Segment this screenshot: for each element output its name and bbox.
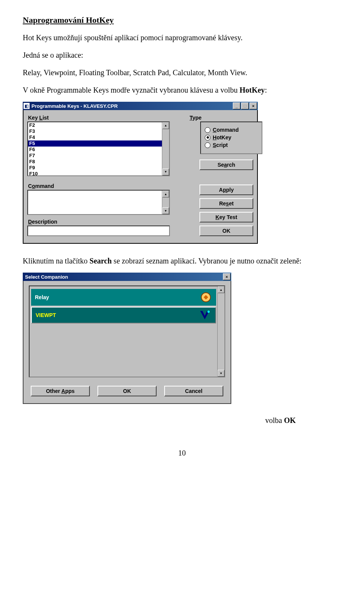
scroll-up-icon[interactable]: ▲ xyxy=(218,286,224,293)
relay-icon xyxy=(199,292,212,303)
reset-btn-pre: Re xyxy=(219,200,226,207)
apply-btn-pre: A xyxy=(219,187,223,193)
radio-script-u: S xyxy=(213,142,216,148)
keytest-btn-post: ey Test xyxy=(219,214,237,220)
apply-btn-post: ply xyxy=(226,187,234,193)
command-label-u: o xyxy=(32,183,35,189)
command-textbox[interactable]: ▲ ▼ xyxy=(27,190,170,215)
radio-script-post: cript xyxy=(216,142,228,148)
list-item[interactable]: F8 xyxy=(28,159,169,165)
other-apps-button[interactable]: Other Apps xyxy=(31,386,90,396)
apply-button[interactable]: Apply xyxy=(199,185,253,195)
list-item[interactable]: F9 xyxy=(28,165,169,171)
type-label-u: T xyxy=(190,115,193,121)
dlg-ok-button[interactable]: OK xyxy=(97,386,157,396)
companion-viewpt-label: VIEWPT xyxy=(36,312,56,318)
scroll-down-icon[interactable]: ▼ xyxy=(162,169,169,175)
other-btn-u: A xyxy=(61,388,65,394)
svg-point-2 xyxy=(207,311,210,313)
companion-item-viewpt[interactable]: VIEWPT xyxy=(31,307,216,323)
mid-c: se zobrazí seznam aplikací. Vybranou je … xyxy=(112,257,302,265)
dlg-close-button[interactable]: × xyxy=(223,273,231,280)
radio-hotkey[interactable]: HotKey xyxy=(205,134,258,140)
volba-ok-a: volba xyxy=(265,416,284,424)
keylist-label-pre: Key xyxy=(28,115,39,121)
search-btn-post: rch xyxy=(227,162,235,168)
volba-ok-para: volba OK xyxy=(23,415,341,426)
keylist-scrollbar[interactable]: ▲ ▼ xyxy=(162,122,169,175)
type-label: Type xyxy=(190,115,262,121)
companion-list[interactable]: Relay VIEWPT ▲ ▼ xyxy=(29,286,225,377)
type-groupbox: Command HotKey Script xyxy=(200,121,262,154)
mid-a: Kliknutím na tlačítko xyxy=(23,257,89,265)
radio-icon xyxy=(205,135,210,140)
companion-relay-label: Relay xyxy=(35,294,49,300)
reset-button[interactable]: Reset xyxy=(199,198,253,209)
other-btn-post: pps xyxy=(65,388,75,394)
keytest-btn-u: K xyxy=(215,214,219,220)
dlg-cancel-button[interactable]: Cancel xyxy=(164,386,223,396)
intro-para-3: Relay, Viewpoint, Floating Toolbar, Scra… xyxy=(23,67,341,78)
command-scrollbar[interactable]: ▲ ▼ xyxy=(162,191,169,214)
desc-label-u: D xyxy=(28,219,32,225)
list-item[interactable]: F6 xyxy=(28,147,169,153)
scroll-up-icon[interactable]: ▲ xyxy=(162,191,169,197)
scroll-up-icon[interactable]: ▲ xyxy=(162,122,169,129)
mid-para: Kliknutím na tlačítko Search se zobrazí … xyxy=(23,255,341,267)
close-button[interactable]: × xyxy=(249,103,257,109)
type-label-post: ype xyxy=(193,115,202,121)
radio-hotkey-post: otKey xyxy=(217,134,231,140)
reset-btn-u: s xyxy=(226,200,229,207)
list-item[interactable]: F7 xyxy=(28,153,169,159)
minimize-button[interactable]: _ xyxy=(233,103,240,109)
list-item[interactable]: F4 xyxy=(28,134,169,140)
keylist-listbox[interactable]: F2 F3 F4 F5 F6 F7 F8 F9 F10 ▲ ▼ xyxy=(27,121,170,176)
titlebar[interactable]: ◧ Programmable Keys - KLAVESY.CPR _ □ × xyxy=(23,102,258,110)
other-btn-pre: Other xyxy=(46,388,61,394)
intro4-b: HotKey xyxy=(240,86,265,94)
intro4-c: : xyxy=(265,86,267,94)
scroll-down-icon[interactable]: ▼ xyxy=(218,370,224,377)
command-label: Command xyxy=(28,183,170,189)
description-label: Description xyxy=(28,219,170,225)
command-label-pre: C xyxy=(28,183,32,189)
list-item[interactable]: F2 xyxy=(28,122,169,128)
select-companion-dialog: Select Companion × Relay VIEWPT xyxy=(23,273,231,404)
command-label-post: mmand xyxy=(35,183,54,189)
dlg-titlebar[interactable]: Select Companion × xyxy=(23,273,231,281)
desc-label-post: escription xyxy=(32,219,57,225)
page-number: 10 xyxy=(23,449,341,457)
viewpt-icon xyxy=(199,309,212,321)
radio-icon xyxy=(205,142,210,148)
description-textbox[interactable] xyxy=(27,226,170,236)
intro-para-1: Hot Keys umožňují spouštění aplikací pom… xyxy=(23,32,341,43)
app-icon: ◧ xyxy=(24,103,30,109)
ok-button[interactable]: OK xyxy=(199,226,253,236)
list-item[interactable]: F10 xyxy=(28,171,169,176)
maximize-button: □ xyxy=(241,103,249,109)
radio-command-u: C xyxy=(213,127,217,133)
radio-command-post: ommand xyxy=(217,127,238,133)
apply-btn-u: p xyxy=(223,187,226,193)
radio-icon xyxy=(205,127,210,133)
keylist-label-post: ist xyxy=(42,115,49,121)
scroll-down-icon[interactable]: ▼ xyxy=(162,207,169,214)
companion-item-relay[interactable]: Relay xyxy=(31,289,216,306)
list-item-selected[interactable]: F5 xyxy=(28,140,169,147)
intro4-a: V okně Programmable Keys modře vyznačit … xyxy=(23,86,240,94)
radio-hotkey-u: H xyxy=(213,134,217,140)
companion-scrollbar[interactable]: ▲ ▼ xyxy=(217,286,224,377)
radio-command[interactable]: Command xyxy=(205,127,258,133)
reset-btn-post: et xyxy=(229,200,234,207)
keylist-label: Key List xyxy=(28,115,170,121)
list-item[interactable]: F3 xyxy=(28,128,169,134)
volba-ok-b: OK xyxy=(284,416,296,424)
dlg-title: Select Companion xyxy=(24,274,68,280)
radio-script[interactable]: Script xyxy=(205,142,258,148)
intro-para-2: Jedná se o aplikace: xyxy=(23,49,341,61)
search-btn-u: a xyxy=(224,162,227,168)
search-button[interactable]: Search xyxy=(199,159,253,170)
search-btn-pre: Se xyxy=(218,162,224,168)
keytest-button[interactable]: Key Test xyxy=(199,212,253,222)
programmable-keys-window: ◧ Programmable Keys - KLAVESY.CPR _ □ × … xyxy=(23,102,258,244)
